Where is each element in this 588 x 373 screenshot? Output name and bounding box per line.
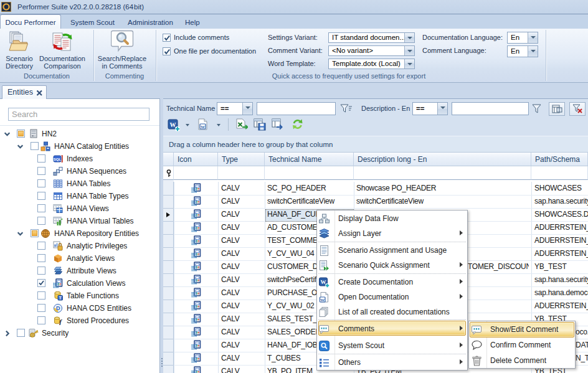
svg-text:W: W bbox=[170, 121, 176, 128]
svg-text:W: W bbox=[320, 298, 325, 303]
svg-text:D: D bbox=[56, 305, 60, 311]
svg-text:f: f bbox=[59, 318, 62, 325]
svg-text:T: T bbox=[59, 296, 62, 300]
svg-text:W: W bbox=[201, 125, 205, 130]
svg-text:W: W bbox=[321, 279, 326, 285]
svg-text:SQL: SQL bbox=[54, 158, 62, 161]
